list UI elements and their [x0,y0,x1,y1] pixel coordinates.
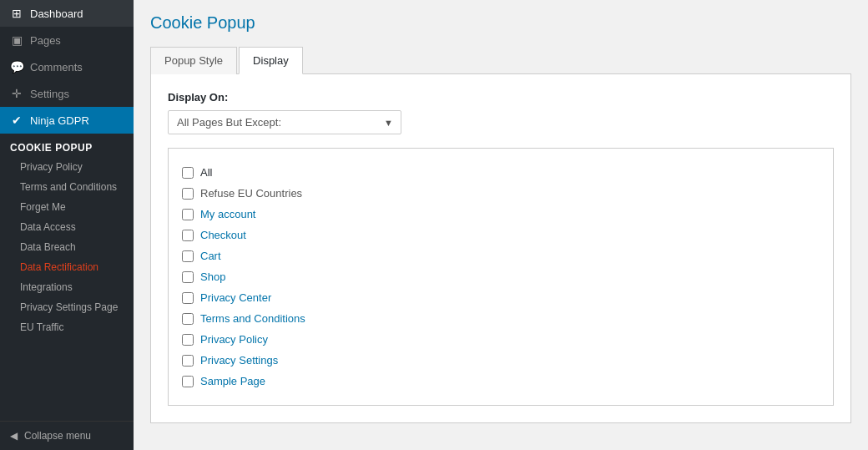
sidebar-item-label: Ninja GDPR [30,114,89,127]
sidebar-item-ninja-gdpr[interactable]: ✔ Ninja GDPR [0,107,134,134]
sidebar-item-label: Settings [30,88,69,100]
collapse-menu-button[interactable]: ◀ Collapse menu [0,421,134,450]
checkbox-cart-label[interactable]: Cart [200,250,221,262]
collapse-label: Collapse menu [24,430,91,442]
sidebar-item-forget-me[interactable]: Forget Me [0,197,134,217]
checkbox-sample-page-input[interactable] [182,376,194,387]
sidebar-item-pages[interactable]: ▣ Pages [0,27,134,53]
display-on-label: Display On: [168,91,834,104]
checkbox-checkout-input[interactable] [182,230,194,241]
checkbox-cart[interactable]: Cart [182,245,820,266]
sidebar: ⊞ Dashboard ▣ Pages 💬 Comments ✛ Setting… [0,0,134,450]
dashboard-icon: ⊞ [10,7,23,20]
collapse-icon: ◀ [10,430,18,442]
sidebar-item-data-breach[interactable]: Data Breach [0,237,134,257]
checkbox-checkout-label[interactable]: Checkout [200,229,246,241]
checkbox-terms-input[interactable] [182,313,194,325]
sidebar-item-privacy-settings-page[interactable]: Privacy Settings Page [0,297,134,317]
checkbox-privacy-policy[interactable]: Privacy Policy [182,329,820,350]
tabs-bar: Popup Style Display [150,46,851,74]
ninja-gdpr-icon: ✔ [10,114,23,127]
checkbox-my-account[interactable]: My account [182,204,820,225]
checkbox-shop-input[interactable] [182,271,194,283]
sidebar-item-terms-conditions[interactable]: Terms and Conditions [0,177,134,197]
checkbox-my-account-label[interactable]: My account [200,208,255,220]
sidebar-item-dashboard[interactable]: ⊞ Dashboard [0,0,134,27]
checkbox-privacy-policy-input[interactable] [182,334,194,346]
checkbox-privacy-policy-label[interactable]: Privacy Policy [200,333,268,346]
sidebar-item-integrations[interactable]: Integrations [0,277,134,297]
checkbox-sample-page[interactable]: Sample Page [182,371,820,392]
tab-display[interactable]: Display [239,47,303,74]
sidebar-item-comments[interactable]: 💬 Comments [0,53,134,80]
page-title: Cookie Popup [150,13,851,33]
checkbox-privacy-settings-label[interactable]: Privacy Settings [200,354,278,367]
sidebar-item-data-rectification[interactable]: Data Rectification [0,257,134,277]
checkbox-all[interactable]: All [182,162,820,183]
checkbox-terms-conditions[interactable]: Terms and Conditions [182,308,820,329]
checkbox-checkout[interactable]: Checkout [182,225,820,245]
checkbox-cart-input[interactable] [182,250,194,262]
sidebar-sub-nav: Privacy Policy Terms and Conditions Forg… [0,157,134,337]
checkbox-sample-page-label[interactable]: Sample Page [200,375,265,387]
settings-icon: ✛ [10,87,23,100]
checkbox-privacy-center-input[interactable] [182,292,194,304]
main-content: Cookie Popup Popup Style Display Display… [134,0,868,450]
sidebar-item-label: Pages [30,34,61,47]
checkbox-privacy-settings-input[interactable] [182,355,194,367]
sidebar-item-data-access[interactable]: Data Access [0,217,134,237]
sidebar-item-label: Comments [30,61,83,73]
checkbox-all-input[interactable] [182,167,194,179]
sidebar-item-privacy-policy[interactable]: Privacy Policy [0,157,134,177]
page-checkbox-list: All Refuse EU Countries My account Check… [168,148,834,406]
checkbox-terms-label[interactable]: Terms and Conditions [200,312,305,325]
display-on-select[interactable]: All Pages But Except:All PagesSpecific P… [168,110,401,134]
checkbox-refuse-eu-label[interactable]: Refuse EU Countries [200,187,302,200]
checkbox-privacy-center[interactable]: Privacy Center [182,287,820,308]
sidebar-item-eu-traffic[interactable]: EU Traffic [0,317,134,337]
comments-icon: 💬 [10,60,23,73]
sidebar-nav: ⊞ Dashboard ▣ Pages 💬 Comments ✛ Setting… [0,0,134,134]
checkbox-my-account-input[interactable] [182,209,194,220]
checkbox-shop[interactable]: Shop [182,266,820,287]
tab-content-display: Display On: All Pages But Except:All Pag… [150,74,851,423]
checkbox-refuse-eu[interactable]: Refuse EU Countries [182,183,820,204]
pages-icon: ▣ [10,33,23,47]
checkbox-refuse-eu-input[interactable] [182,188,194,200]
checkbox-all-label[interactable]: All [200,166,212,179]
tab-popup-style[interactable]: Popup Style [150,47,237,74]
sidebar-item-settings[interactable]: ✛ Settings [0,80,134,107]
checkbox-privacy-settings[interactable]: Privacy Settings [182,350,820,371]
checkbox-privacy-center-label[interactable]: Privacy Center [200,291,271,304]
display-on-select-wrapper[interactable]: All Pages But Except:All PagesSpecific P… [168,110,401,134]
sidebar-item-label: Dashboard [30,8,83,20]
checkbox-shop-label[interactable]: Shop [200,271,225,283]
sidebar-section-title: Cookie Popup [0,134,134,157]
